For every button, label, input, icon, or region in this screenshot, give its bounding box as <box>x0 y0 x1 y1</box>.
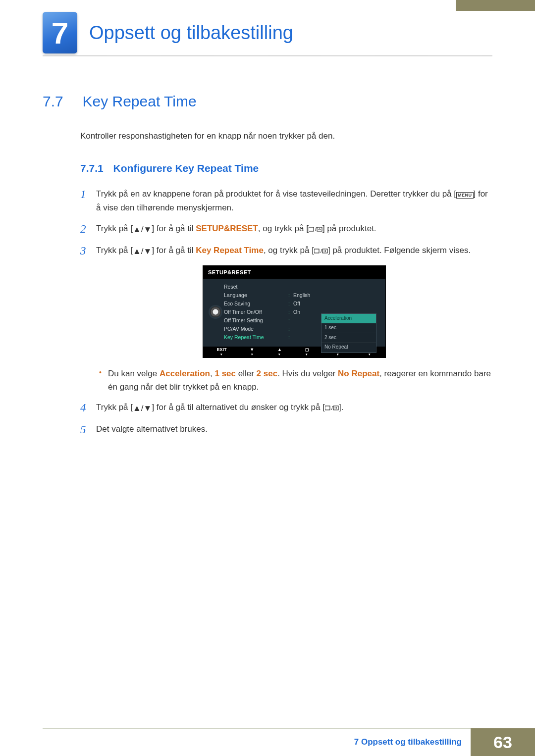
osd-icon-column <box>207 283 224 342</box>
footer-line <box>43 728 535 729</box>
osd-row: Language:English <box>224 291 380 300</box>
step-4-text-a: Trykk på [ <box>96 403 133 412</box>
page-footer: 7 Oppsett og tilbakestilling 63 <box>0 728 535 756</box>
key-repeat-label: Key Repeat Time <box>196 246 264 255</box>
step-2-text-a: Trykk på [ <box>96 224 133 233</box>
step-number: 2 <box>80 220 86 239</box>
osd-dropdown-item: No Repeat <box>321 343 376 353</box>
step-2-text-b: ] for å gå til <box>152 224 196 233</box>
osd-dropdown-item: 1 sec <box>321 323 376 333</box>
header-underline <box>43 55 492 56</box>
osd-foot-up: ▲▾ <box>277 348 282 356</box>
footer-page-number: 63 <box>471 728 535 756</box>
svg-text:/: / <box>331 405 333 411</box>
subsection-heading: 7.7.1 Konfigurere Key Repeat Time <box>80 162 492 174</box>
chapter-title: Oppsett og tilbakestilling <box>89 22 293 44</box>
enter-source-icon: / <box>314 245 328 258</box>
step-number: 4 <box>80 399 86 417</box>
subsection-title: Konfigurere Key Repeat Time <box>113 162 259 174</box>
step-4: 4 Trykk på [▲/▼] for å gå til alternativ… <box>80 401 492 415</box>
chapter-number-badge: 7 <box>43 12 77 53</box>
step-number: 1 <box>80 185 86 204</box>
up-down-icon: ▲/▼ <box>133 223 152 237</box>
section-heading: 7.7 Key Repeat Time <box>43 93 492 110</box>
osd-screenshot: SETUP&RESET Reset Language:English Eco S… <box>203 265 386 358</box>
section-number: 7.7 <box>43 93 80 110</box>
svg-text:/: / <box>321 249 322 254</box>
up-down-icon: ▲/▼ <box>133 402 152 415</box>
svg-text:/: / <box>315 227 317 232</box>
step-3: 3 Trykk på [▲/▼] for å gå til Key Repeat… <box>80 244 492 394</box>
step-4-text-c: ]. <box>339 403 343 412</box>
page-content: 7.7 Key Repeat Time Kontroller responsha… <box>43 93 492 443</box>
step-2-text-c: , og trykk på [ <box>258 224 309 233</box>
bullet-item: Du kan velge Acceleration, 1 sec eller 2… <box>96 367 492 394</box>
subsection-number: 7.7.1 <box>80 162 104 174</box>
step-3-text-b: ] for å gå til <box>152 246 196 255</box>
step-2: 2 Trykk på [▲/▼] for å gå til SETUP&RESE… <box>80 222 492 237</box>
step-3-text-d: ] på produktet. Følgende skjerm vises. <box>328 246 471 255</box>
step-number: 5 <box>80 420 86 439</box>
osd-dropdown-item: 2 sec <box>321 333 376 343</box>
chapter-header: 7 Oppsett og tilbakestilling <box>43 12 293 53</box>
step-1: 1 Trykk på en av knappene foran på produ… <box>80 187 492 215</box>
enter-source-icon: / <box>325 402 339 415</box>
no-repeat-label: No Repeat <box>338 369 379 378</box>
two-sec-label: 2 sec <box>257 369 278 378</box>
enter-source-icon: / <box>309 223 322 237</box>
osd-title: SETUP&RESET <box>203 266 385 279</box>
osd-row: Reset <box>224 283 380 291</box>
svg-rect-3 <box>314 249 319 253</box>
svg-rect-6 <box>325 406 330 410</box>
setup-reset-label: SETUP&RESET <box>196 224 258 233</box>
step-number: 3 <box>80 242 86 260</box>
osd-dropdown-item-selected: Acceleration <box>321 314 376 324</box>
steps-list: 1 Trykk på en av knappene foran på produ… <box>80 187 492 437</box>
step-5-text: Det valgte alternativet brukes. <box>96 424 208 434</box>
svg-rect-0 <box>309 227 314 231</box>
section-intro: Kontroller responshastigheten for en kna… <box>80 130 492 143</box>
menu-button-icon: MENU <box>456 192 474 199</box>
top-accent-bar <box>456 0 535 11</box>
one-sec-label: 1 sec <box>214 369 236 378</box>
osd-row: Eco Saving:Off <box>224 300 380 308</box>
osd-foot-exit: EXIT▾ <box>216 348 226 356</box>
osd-dropdown: Acceleration 1 sec 2 sec No Repeat <box>321 313 376 353</box>
gear-icon <box>210 306 221 317</box>
step-4-text-b: ] for å gå til alternativet du ønsker og… <box>152 403 325 412</box>
step-1-text-a: Trykk på en av knappene foran på produkt… <box>96 189 456 199</box>
step-3-text-a: Trykk på [ <box>96 246 133 255</box>
acceleration-label: Acceleration <box>160 369 210 378</box>
step-2-text-d: ] på produktet. <box>322 224 376 233</box>
footer-text: 7 Oppsett og tilbakestilling <box>354 737 462 747</box>
osd-foot-enter: ◻▾ <box>305 348 309 356</box>
up-down-icon: ▲/▼ <box>133 245 152 258</box>
section-title: Key Repeat Time <box>82 93 196 109</box>
step-3-text-c: , og trykk på [ <box>264 246 314 255</box>
step-5: 5 Det valgte alternativet brukes. <box>80 422 492 436</box>
osd-foot-down: ▼▾ <box>250 348 254 356</box>
step-3-bullets: Du kan velge Acceleration, 1 sec eller 2… <box>96 367 492 394</box>
